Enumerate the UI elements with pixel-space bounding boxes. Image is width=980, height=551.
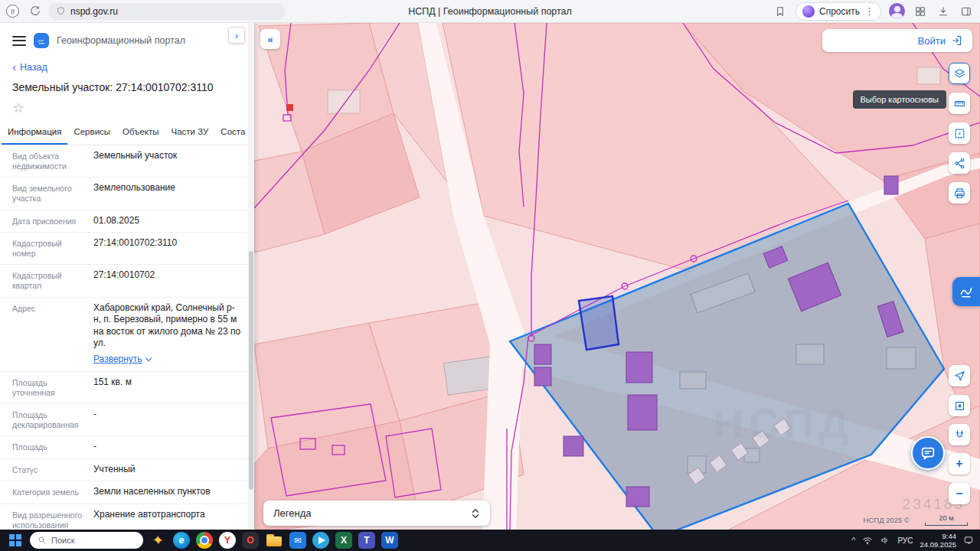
opera-icon[interactable]: O: [242, 532, 259, 549]
teams-icon[interactable]: T: [358, 532, 375, 549]
fields-list: Вид объекта недвижимостиЗемельный участо…: [0, 145, 254, 530]
collections-icon[interactable]: [913, 4, 928, 19]
taskbar: Поиск ✦eYO✉XTW ^ РУС 9:44 24.09.2025: [0, 530, 980, 551]
telegram-icon[interactable]: [312, 532, 329, 549]
layers-tooltip: Выбор картоосновы: [853, 90, 946, 109]
excel-icon[interactable]: X: [335, 532, 352, 549]
browser-toolbar: 8 nspd.gov.ru НСПД | Геоинформационный п…: [0, 0, 980, 23]
login-icon: [951, 34, 963, 47]
clock[interactable]: 9:44 24.09.2025: [920, 532, 956, 549]
collapse-panel-button[interactable]: «: [260, 29, 280, 49]
tabs-bar: ИнформацияСервисыОбъектыЧасти ЗУСоста: [0, 120, 254, 145]
snap-magnet-button[interactable]: [949, 424, 970, 445]
panel-tab[interactable]: Части ЗУ: [165, 120, 215, 145]
ruler-button[interactable]: [949, 93, 970, 114]
field-value: -: [93, 441, 242, 453]
feedback-edge-button[interactable]: [952, 277, 980, 306]
field-value: 01.08.2025: [93, 215, 242, 227]
taskbar-apps: ✦eYO✉XTW: [149, 531, 398, 549]
taskbar-search[interactable]: Поиск: [30, 532, 143, 549]
favorite-star-icon[interactable]: ☆: [12, 101, 24, 115]
field-label: Дата присвоения: [12, 215, 86, 227]
profile-avatar[interactable]: [889, 3, 905, 19]
share-button[interactable]: [949, 152, 970, 174]
refresh-icon[interactable]: [27, 4, 42, 19]
print-button[interactable]: [949, 182, 970, 204]
network-icon[interactable]: [862, 535, 873, 546]
panel-tab[interactable]: Информация: [2, 120, 67, 145]
ask-alice-button[interactable]: Спросить ⋮: [795, 2, 881, 21]
field-label: Площадь декларированная: [12, 409, 86, 430]
sidebar-panel-icon[interactable]: [959, 4, 974, 19]
more-menu-icon[interactable]: ⋮: [864, 5, 874, 17]
zoom-in-button[interactable]: +: [949, 453, 970, 474]
url-text: nspd.gov.ru: [70, 6, 118, 17]
nspd-logo-icon[interactable]: [34, 33, 49, 48]
downloads-icon[interactable]: [936, 4, 951, 19]
layers-button[interactable]: [949, 63, 970, 84]
menu-icon[interactable]: [12, 34, 26, 47]
field-label: Кадастровый квартал: [12, 269, 86, 291]
extent-frame-button[interactable]: [949, 395, 970, 416]
measure-area-button[interactable]: [949, 122, 970, 144]
panel-scrollbar[interactable]: [248, 23, 254, 530]
extension-badge-icon[interactable]: 8: [6, 5, 19, 18]
parcel-title: Земельный участок: 27:14:0010702:3110: [12, 81, 242, 93]
field-row: Вид земельного участкаЗемлепользование: [0, 178, 254, 210]
tab-title: НСПД | Геоинформационный портал: [408, 6, 572, 17]
mail-icon[interactable]: ✉: [289, 532, 306, 549]
bookmark-icon[interactable]: [773, 4, 788, 19]
login-bar[interactable]: Войти: [822, 29, 972, 52]
field-label: Категория земель: [12, 486, 86, 498]
language-indicator[interactable]: РУС: [897, 536, 913, 545]
field-value: Землепользование: [93, 182, 242, 204]
notifications-icon[interactable]: [963, 535, 974, 546]
widgets-icon[interactable]: ✦: [149, 531, 167, 549]
word-icon[interactable]: W: [381, 532, 398, 549]
field-value: Хабаровский край, Солнечный р-н, п. Бере…: [93, 302, 242, 366]
yandex-icon[interactable]: Y: [219, 532, 236, 549]
field-value: Земли населенных пунктов: [93, 486, 242, 498]
back-link[interactable]: ‹ Назад: [12, 61, 242, 73]
tabs-scroll-button[interactable]: ›: [228, 27, 245, 44]
address-bar[interactable]: nspd.gov.ru: [48, 3, 286, 20]
field-label: Вид объекта недвижимости: [12, 150, 86, 171]
field-label: Площадь: [12, 441, 86, 453]
panel-tab[interactable]: Объекты: [116, 120, 165, 145]
tabs-strip: ИнформацияСервисыОбъектыЧасти ЗУСоста: [2, 120, 251, 145]
start-button[interactable]: [6, 531, 24, 549]
expand-address-link[interactable]: Развернуть: [93, 354, 151, 366]
locate-button[interactable]: [949, 365, 970, 386]
field-row: Вид объекта недвижимостиЗемельный участо…: [0, 145, 254, 178]
zoom-out-button[interactable]: −: [949, 483, 970, 504]
portal-title: Геоинформационный портал: [57, 35, 185, 46]
alice-icon: [802, 5, 815, 18]
field-row: Дата присвоения01.08.2025: [0, 210, 254, 233]
edge-icon[interactable]: e: [173, 532, 190, 549]
field-row: Кадастровый номер27:14:0010702:3110: [0, 233, 254, 265]
chrome-icon[interactable]: [196, 532, 213, 549]
scrollbar-thumb[interactable]: [249, 251, 253, 490]
files-icon[interactable]: [265, 531, 283, 549]
scale-bar: 20 м: [925, 514, 968, 526]
login-label: Войти: [918, 35, 946, 47]
search-icon: [38, 536, 47, 545]
field-row: Категория земельЗемли населенных пунктов: [0, 481, 254, 504]
field-value: Хранение автотранспорта: [93, 509, 242, 530]
panel-tab[interactable]: Сервисы: [67, 120, 116, 145]
map-view[interactable]: НСПД 234183 « Войти Выбор картоо: [254, 23, 980, 530]
field-label: Площадь уточненная: [12, 377, 86, 398]
field-label: Статус: [12, 464, 86, 476]
back-chevron-icon: ‹: [12, 61, 16, 73]
field-value: 27:14:0010702:3110: [93, 237, 242, 259]
panel-tab[interactable]: Соста: [214, 120, 251, 145]
field-row: Площадь уточненная151 кв. м: [0, 372, 254, 404]
field-label: Вид земельного участка: [12, 182, 86, 204]
field-row: Площадь декларированная-: [0, 404, 254, 436]
field-value: 27:14:0010702: [93, 269, 242, 291]
legend-panel[interactable]: Легенда: [263, 500, 490, 526]
tray-expand-icon[interactable]: ^: [851, 536, 855, 545]
field-row: Кадастровый квартал27:14:0010702: [0, 265, 254, 297]
volume-icon[interactable]: [880, 535, 890, 546]
chat-support-button[interactable]: [911, 436, 945, 470]
